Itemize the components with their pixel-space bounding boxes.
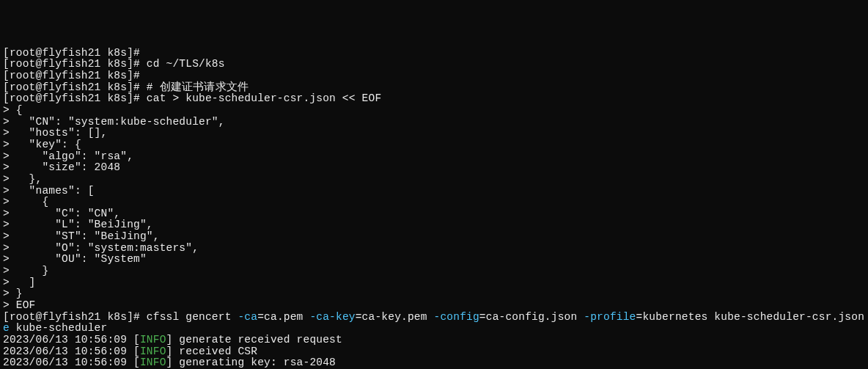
terminal-line: > "key": { [3, 139, 865, 151]
terminal-line: > "O": "system:masters", [3, 243, 865, 255]
terminal-line: [root@flyfish21 k8s]# # 创建证书请求文件 [3, 82, 865, 94]
terminal-line: > } [3, 266, 865, 277]
terminal-line: > "algo": "rsa", [3, 151, 865, 163]
terminal-line: > "size": 2048 [3, 162, 865, 174]
terminal-line: > "ST": "BeiJing", [3, 231, 865, 243]
terminal-line: > "C": "CN", [3, 208, 865, 220]
flag-value: =kubernetes kube-scheduler-csr.json | cf… [636, 311, 868, 323]
flag-profile: -profile [584, 311, 636, 323]
log-line: 2023/06/13 10:56:09 [INFO] generate rece… [3, 335, 865, 346]
terminal-output[interactable]: [root@flyfish21 k8s]#[root@flyfish21 k8s… [3, 48, 865, 369]
log-message: ] generate received request [166, 334, 342, 346]
terminal-line: [root@flyfish21 k8s]# cat > kube-schedul… [3, 93, 865, 105]
flag-config: -config [434, 311, 479, 323]
log-timestamp: 2023/06/13 10:56:09 [ [3, 334, 140, 346]
terminal-line: > } [3, 288, 865, 300]
terminal-line: > ] [3, 277, 865, 289]
log-timestamp: 2023/06/13 10:56:09 [ [3, 357, 140, 368]
terminal-line: > }, [3, 174, 865, 186]
terminal-line: > "hosts": [], [3, 128, 865, 139]
flag-value: =ca-config.json [479, 311, 584, 323]
flag-ca: -ca [238, 311, 257, 323]
log-timestamp: 2023/06/13 10:56:09 [ [3, 346, 140, 357]
terminal-line: > { [3, 197, 865, 208]
log-message: ] received CSR [166, 346, 258, 357]
terminal-line: > { [3, 105, 865, 117]
log-level-info: INFO [140, 357, 166, 368]
flag-ca-key: -ca-key [309, 311, 355, 323]
terminal-line: [root@flyfish21 k8s]# cd ~/TLS/k8s [3, 59, 865, 70]
terminal-line: > "L": "BeiJing", [3, 219, 865, 231]
log-level-info: INFO [140, 334, 166, 346]
terminal-line: > EOF [3, 300, 865, 312]
terminal-command-line-wrap: e kube-scheduler [3, 323, 865, 335]
terminal-line: > "CN": "system:kube-scheduler", [3, 117, 865, 128]
prompt: [root@flyfish21 k8s]# [3, 311, 147, 323]
log-line: 2023/06/13 10:56:09 [INFO] generating ke… [3, 357, 865, 369]
terminal-command-line: [root@flyfish21 k8s]# cfssl gencert -ca=… [3, 312, 865, 324]
log-level-info: INFO [140, 346, 166, 357]
flag-value: =ca.pem [257, 311, 309, 323]
command-text: kube-scheduler [10, 322, 108, 334]
terminal-line: > "names": [ [3, 186, 865, 197]
terminal-line: [root@flyfish21 k8s]# [3, 48, 865, 59]
flag-bare-wrap: e [3, 322, 10, 334]
terminal-line: [root@flyfish21 k8s]# [3, 70, 865, 82]
command-text: cfssl gencert [147, 311, 238, 323]
log-message: ] generating key: rsa-2048 [166, 357, 336, 368]
flag-value: =ca-key.pem [356, 311, 434, 323]
terminal-line: > "OU": "System" [3, 254, 865, 266]
log-line: 2023/06/13 10:56:09 [INFO] received CSR [3, 346, 865, 358]
